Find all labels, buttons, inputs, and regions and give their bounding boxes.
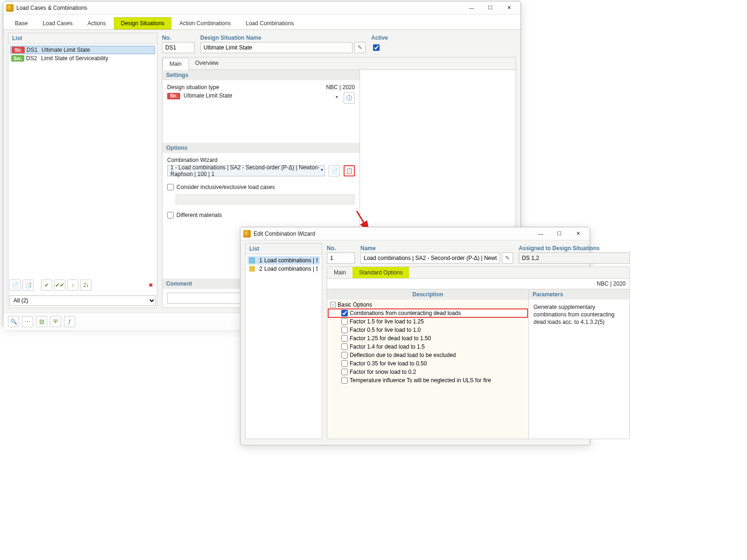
tree-item-label: Factor 1.4 for dead load to 1.5 (350, 343, 425, 350)
tab-base[interactable]: Base (8, 17, 35, 29)
ds-name-input[interactable]: Ultimate Limit State (200, 42, 352, 53)
new-wizard-button[interactable]: 📄 (329, 165, 340, 176)
tab-action-combinations[interactable]: Action Combinations (172, 17, 238, 29)
active-checkbox[interactable] (373, 44, 380, 51)
wizard-assigned-label: Assigned to Design Situations (519, 243, 630, 252)
tree-item-checkbox[interactable] (341, 327, 348, 333)
edit-name-icon[interactable]: ✎ (354, 42, 366, 53)
list-row-ds1[interactable]: Str. DS1 Ultimate Limit State (10, 46, 155, 54)
list-name: Limit State of Serviceability (41, 55, 154, 62)
no-label: No. (162, 33, 195, 42)
settings-title: Settings (162, 70, 359, 80)
swatch-icon (249, 266, 255, 272)
maximize-button[interactable]: ☐ (481, 3, 499, 13)
tree-item-label: Factor 0.35 for live load to 0.50 (350, 360, 427, 367)
tree-item-checkbox[interactable] (341, 335, 348, 342)
tree-item-label: Combinations from counteracting dead loa… (350, 310, 461, 316)
tab-load-cases[interactable]: Load Cases (35, 17, 79, 29)
tree-item-3[interactable]: Factor 1.25 for dead load to 1.50 (328, 334, 528, 343)
list-name: Ultimate Limit State (42, 47, 154, 53)
chk-inclusive[interactable] (167, 184, 174, 190)
wizard-maximize-button[interactable]: ☐ (550, 229, 568, 239)
tree-item-0[interactable]: Combinations from counteracting dead loa… (328, 309, 528, 317)
tree-item-6[interactable]: Factor 0.35 for live load to 0.50 (328, 359, 528, 368)
tab-load-combinations[interactable]: Load Combinations (239, 17, 301, 29)
dstype-combo[interactable]: Str. Ultimate Limit State ▾ (167, 92, 340, 104)
filter-combo[interactable]: All (2) (9, 295, 156, 306)
tool2-button[interactable]: ▤ (36, 316, 47, 327)
delete-button[interactable]: ✖ (146, 280, 156, 291)
tree-item-label: Factor 1.5 for live load to 1.25 (350, 318, 424, 325)
wizard-window: Edit Combination Wizard — ☐ ✕ List 1 Loa… (240, 227, 590, 445)
subtab-overview[interactable]: Overview (189, 57, 225, 70)
copy-button[interactable]: 📑 (22, 280, 34, 291)
wizard-list-row-1[interactable]: 1 Load combinations | SA2 - Secon (247, 256, 320, 265)
wizard-subtab-standard-options[interactable]: Standard Options (352, 267, 409, 278)
wizard-minimize-button[interactable]: — (532, 229, 550, 239)
wizard-list-row-2[interactable]: 2 Load combinations | SA1 - Geom (247, 265, 320, 273)
tab-design-situations[interactable]: Design Situations (114, 17, 171, 29)
tree-item-4[interactable]: Factor 1.4 for dead load to 1.5 (328, 343, 528, 351)
swatch-icon (249, 258, 255, 263)
subtab-main[interactable]: Main (162, 58, 189, 70)
tree-item-5[interactable]: Deflection due to dead load to be exclud… (328, 351, 528, 359)
app-icon (243, 230, 251, 238)
tree-item-1[interactable]: Factor 1.5 for live load to 1.25 (328, 317, 528, 326)
main-titlebar: Load Cases & Combinations — ☐ ✕ (3, 1, 521, 14)
tree-item-checkbox[interactable] (341, 343, 348, 350)
check-button[interactable]: ✔ (41, 280, 52, 291)
chk-materials-label: Different materials (176, 212, 222, 218)
tree-item-8[interactable]: Temperature influence Ts will be neglect… (328, 376, 528, 385)
wizard-titlebar: Edit Combination Wizard — ☐ ✕ (240, 227, 590, 240)
chk-materials[interactable] (167, 212, 174, 218)
info-icon[interactable]: ⓘ (344, 92, 355, 104)
new-button[interactable]: 📄 (9, 280, 21, 291)
list-code: DS1 (27, 47, 42, 53)
app-icon (6, 4, 14, 12)
tree-item-checkbox[interactable] (341, 318, 348, 325)
collapse-icon[interactable]: − (330, 302, 336, 308)
close-button[interactable]: ✕ (500, 3, 518, 13)
renum-button[interactable]: 2₁ (80, 280, 92, 291)
ds-name-label: Design Situation Name (200, 33, 366, 42)
params-text: Generate supplementary combinations from… (529, 300, 629, 330)
wizard-close-button[interactable]: ✕ (569, 229, 587, 239)
search-button[interactable]: 🔍 (8, 316, 19, 327)
minimize-button[interactable]: — (463, 3, 480, 13)
params-header: Parameters (529, 289, 629, 300)
tree-item-label: Factor 0.5 for live load to 1.0 (350, 327, 421, 333)
wizard-subtab-main[interactable]: Main (327, 267, 352, 278)
chevron-down-icon: ▾ (336, 94, 338, 99)
wizard-edit-name-icon[interactable]: ✎ (502, 252, 513, 264)
tool1-button[interactable]: ⋯ (22, 316, 33, 327)
tree-item-checkbox[interactable] (341, 369, 348, 375)
wizard-name-input[interactable]: Load combinations | SA2 - Second-order (… (360, 252, 500, 264)
tool3-button[interactable]: Ψ (50, 316, 61, 327)
tree-group[interactable]: − Basic Options (328, 301, 528, 309)
tree-item-checkbox[interactable] (341, 352, 348, 358)
tree-item-label: Deflection due to dead load to be exclud… (350, 352, 456, 358)
no-input[interactable]: DS1 (162, 42, 195, 53)
tree-item-checkbox[interactable] (341, 377, 348, 384)
tree-item-7[interactable]: Factor for snow load to 0.2 (328, 368, 528, 376)
badge-str: Str. (12, 47, 25, 53)
list-row-ds2[interactable]: Ser. DS2 Limit State of Serviceability (10, 54, 155, 63)
wizard-title: Edit Combination Wizard (254, 231, 532, 237)
main-title: Load Cases & Combinations (16, 5, 463, 11)
tree-item-checkbox[interactable] (341, 360, 348, 367)
check-all-button[interactable]: ✔✔ (54, 280, 65, 291)
badge-ser: Ser. (11, 55, 24, 62)
tree-item-checkbox[interactable] (341, 310, 348, 316)
combo-wizard-combo[interactable]: 1 - Load combinations | SA2 - Second-ord… (167, 165, 325, 176)
wizard-no-input[interactable]: 1 (327, 252, 355, 264)
wizard-name-label: Name (360, 243, 513, 252)
tab-actions[interactable]: Actions (80, 17, 113, 29)
combo-wizard-label: Combination Wizard (167, 157, 355, 163)
tree-item-label: Factor 1.25 for dead load to 1.50 (350, 335, 431, 342)
tree-item-2[interactable]: Factor 0.5 for live load to 1.0 (328, 326, 528, 334)
sort-button[interactable]: ↕ (67, 280, 78, 291)
options-title: Options (162, 143, 359, 153)
main-tabs: Base Load Cases Actions Design Situation… (3, 14, 521, 30)
tool4-button[interactable]: ƒ (64, 316, 75, 327)
edit-wizard-button[interactable]: 📋 (344, 165, 355, 176)
